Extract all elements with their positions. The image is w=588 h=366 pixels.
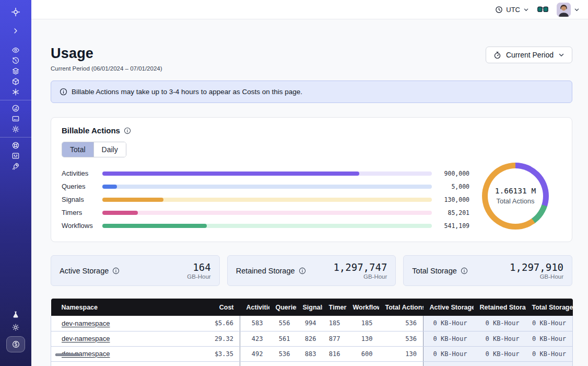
donut-ring: 1.66131 M Total Actions: [482, 163, 549, 230]
cell-queries: 556: [269, 316, 297, 331]
bar-fill: [102, 198, 163, 202]
flask-icon[interactable]: [0, 308, 31, 321]
tab-total[interactable]: Total: [62, 142, 93, 157]
bar-row-activities: Activities900,000: [62, 167, 469, 180]
storage-summary-row: Active Storage 164 GB-Hour Retained Stor…: [51, 255, 572, 286]
namespace-link[interactable]: dev-namespace: [62, 319, 110, 327]
dollar-coin-icon: [11, 340, 20, 349]
info-icon[interactable]: [112, 267, 120, 274]
temporal-logo-icon[interactable]: [0, 4, 31, 20]
cell-active-storage: 0 KB-Hour: [424, 346, 474, 361]
cell-namespace: dev-namespace: [51, 331, 203, 346]
cell-cost: $3.35: [203, 346, 240, 361]
total-daily-tab-group: Total Daily: [62, 142, 126, 157]
info-icon[interactable]: [124, 127, 131, 134]
column-header-signals: Signals: [297, 299, 323, 316]
bar-track: [102, 211, 432, 215]
tab-daily[interactable]: Daily: [93, 142, 126, 157]
topbar: UTC: [31, 0, 588, 19]
total-storage-label-text: Total Storage: [412, 267, 456, 275]
cell-total-storage: 0 KB-Hour: [526, 346, 573, 361]
cube-icon[interactable]: [0, 76, 31, 87]
total-actions-label: Total Actions: [497, 197, 535, 205]
total-storage-card: Total Storage 1,297,910 GB-Hour: [403, 255, 572, 286]
glasses-icon[interactable]: [537, 6, 548, 13]
cell-total-actions: 536: [379, 331, 424, 346]
lifebuoy-icon[interactable]: [0, 140, 31, 151]
eye-icon[interactable]: [0, 45, 31, 55]
cell-activities: 583: [240, 316, 269, 331]
bar-value: 900,000: [439, 170, 469, 177]
chevron-down-icon: [558, 52, 565, 58]
info-icon[interactable]: [299, 267, 306, 274]
active-storage-value: 164: [187, 262, 210, 272]
cell-cost: 29.32: [203, 331, 240, 346]
bar-label: Queries: [62, 182, 95, 190]
timezone-selector[interactable]: UTC: [495, 6, 529, 14]
cell-signals: 826: [297, 331, 323, 346]
sidebar-divider: [0, 100, 31, 100]
retained-storage-unit: GB-Hour: [333, 273, 387, 280]
bar-track: [102, 185, 432, 189]
bar-label: Workflows: [62, 222, 95, 230]
retained-storage-value: 1,297,747: [333, 262, 387, 272]
namespace-link[interactable]: dev-namespace: [62, 335, 110, 342]
cell-workflows: 130: [347, 331, 379, 346]
retained-storage-label: Retained Storage: [236, 267, 306, 275]
chevron-down-icon: [574, 7, 580, 13]
gear-icon[interactable]: [0, 124, 31, 134]
user-menu[interactable]: [557, 3, 580, 17]
cell-queries: 561: [269, 331, 297, 346]
sidebar-collapse-chevron-icon[interactable]: [0, 24, 31, 38]
sidebar-item-billing-selected[interactable]: [6, 336, 25, 352]
sidebar-divider: [0, 137, 31, 138]
asterisk-icon[interactable]: [0, 87, 31, 97]
sun-icon[interactable]: [0, 321, 31, 334]
column-header-activities: Activities: [240, 299, 269, 316]
bar-label: Timers: [62, 209, 95, 216]
cell-total-storage: 0 KB-Hour: [526, 331, 573, 346]
card-icon[interactable]: [0, 113, 31, 124]
layers-icon[interactable]: [0, 66, 31, 76]
column-header-total-actions: Total Actions: [379, 299, 424, 316]
bar-fill: [102, 211, 138, 215]
page-subtitle: Current Period (06/01/2024 – 07/01/2024): [51, 65, 162, 72]
period-selector-button[interactable]: Current Period: [486, 47, 572, 63]
cell-active-storage: 0 KB-Hour: [424, 316, 474, 331]
timezone-label: UTC: [506, 6, 520, 14]
table-row: dev-namespace$3.354925368838166001300 KB…: [51, 346, 573, 361]
bar-row-workflows: Workflows541,109: [62, 219, 469, 232]
bar-track: [102, 198, 432, 202]
table-row: dev-namespace29.324235618268771305360 KB…: [51, 331, 573, 346]
active-storage-unit: GB-Hour: [187, 273, 210, 280]
cell-workflows: 185: [347, 316, 379, 331]
cell-total-actions: 130: [379, 346, 424, 361]
bar-track: [102, 224, 432, 228]
column-header-namespace: Namespace: [51, 299, 203, 316]
info-icon[interactable]: [461, 267, 468, 274]
stopwatch-icon: [493, 51, 501, 59]
bar-value: 541,109: [439, 222, 469, 230]
terminal-face-icon[interactable]: [0, 151, 31, 161]
namespace-usage-table-wrap: NamespaceCostActivitiesQueriesSignalsTim…: [51, 299, 572, 366]
total-storage-unit: GB-Hour: [510, 273, 563, 280]
horizontal-scrollbar-thumb[interactable]: [55, 353, 79, 356]
total-storage-value: 1,297,910: [510, 262, 563, 272]
bar-fill: [102, 224, 207, 228]
rocket-icon[interactable]: [0, 161, 31, 171]
bar-label: Activities: [62, 169, 95, 177]
bar-chart: Activities900,000Queries5,000Signals130,…: [62, 166, 469, 232]
column-header-workflows: Workflows: [347, 299, 379, 316]
bar-value: 130,000: [439, 196, 469, 203]
page-title: Usage: [51, 45, 162, 62]
info-banner: Billable Actions may take up to 3-4 hour…: [51, 81, 572, 103]
gauge-icon[interactable]: [0, 103, 31, 113]
bar-row-signals: Signals130,000: [62, 193, 469, 206]
cell-timers: 816: [323, 346, 347, 361]
cell-timers: 185: [323, 316, 347, 331]
billable-actions-title-text: Billable Actions: [62, 126, 120, 135]
retained-storage-card: Retained Storage 1,297,747 GB-Hour: [227, 255, 396, 286]
history-icon[interactable]: [0, 55, 31, 66]
cell-retained-storage: 0 KB-Hour: [474, 331, 526, 346]
column-header-timers: Timers: [323, 299, 347, 316]
